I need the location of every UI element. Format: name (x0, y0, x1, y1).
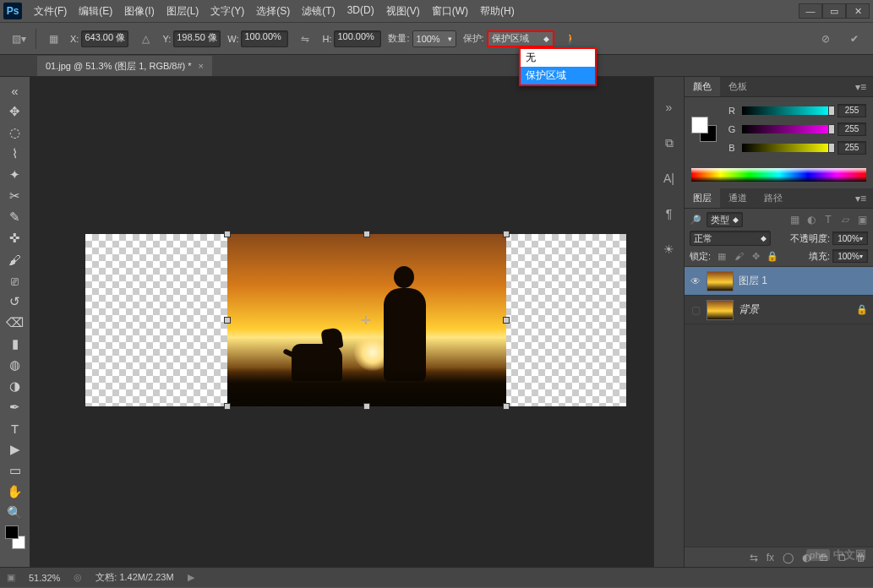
minimize-button[interactable]: — (799, 3, 822, 19)
stamp-tool-icon[interactable]: ⎚ (5, 270, 25, 291)
filter-shape-icon[interactable]: ▱ (839, 214, 851, 226)
visibility-toggle-icon[interactable]: ▢ (690, 304, 701, 316)
dock-expand-icon[interactable]: » (659, 97, 679, 117)
document-tab[interactable]: 01.jpg @ 51.3% (图层 1, RGB/8#) * × (37, 56, 212, 76)
transform-handle-tr[interactable] (503, 231, 510, 237)
skin-protect-icon[interactable]: 🚶 (561, 29, 581, 49)
hand-tool-icon[interactable]: ✋ (5, 482, 25, 502)
filter-type-icon[interactable]: T (822, 214, 834, 226)
status-fullscreen-icon[interactable]: ▣ (7, 572, 15, 583)
menu-type[interactable]: 文字(Y) (205, 2, 249, 21)
paragraph-icon[interactable]: ¶ (659, 204, 679, 224)
b-thumb[interactable] (828, 143, 835, 153)
layers-menu-icon[interactable]: ▾≡ (848, 189, 873, 208)
document-canvas[interactable]: ✛ (85, 234, 626, 406)
eraser-tool-icon[interactable]: ⌫ (5, 313, 25, 333)
layer-kind-select[interactable]: 类型◆ (707, 212, 743, 227)
lock-all-icon[interactable]: 🔒 (767, 251, 778, 262)
transform-handle-br[interactable] (503, 403, 510, 410)
gradient-tool-icon[interactable]: ▮ (5, 334, 25, 354)
layer-mask-icon[interactable]: ◯ (783, 552, 794, 564)
menu-select[interactable]: 选择(S) (251, 2, 295, 21)
transform-handle-mr[interactable] (503, 317, 510, 324)
dropdown-item-none[interactable]: 无 (521, 49, 595, 67)
tab-color[interactable]: 颜色 (685, 77, 720, 96)
tab-swatches[interactable]: 色板 (720, 77, 756, 96)
visibility-toggle-icon[interactable]: 👁 (690, 275, 701, 287)
panel-menu-icon[interactable]: ▾≡ (848, 78, 873, 96)
color-swatches[interactable] (3, 525, 27, 549)
link-icon[interactable]: ⇋ (295, 29, 315, 49)
pen-tool-icon[interactable]: ✒ (5, 397, 25, 417)
layer-name[interactable]: 背景 (739, 302, 759, 317)
status-target-icon[interactable]: ◎ (74, 572, 82, 583)
transform-handle-ml[interactable] (224, 317, 231, 324)
transform-handle-bl[interactable] (224, 403, 231, 410)
link-layers-icon[interactable]: ⇆ (750, 552, 758, 564)
adjustments-icon[interactable]: ☀ (659, 239, 679, 259)
menu-file[interactable]: 文件(F) (29, 2, 72, 21)
layer-thumbnail[interactable] (707, 271, 734, 291)
opacity-input[interactable]: 100%▾ (832, 231, 868, 245)
layer-name[interactable]: 图层 1 (739, 274, 767, 288)
menu-view[interactable]: 视图(V) (381, 2, 425, 21)
protect-select[interactable]: 保护区域 ◆ (487, 30, 554, 47)
menu-layer[interactable]: 图层(L) (161, 2, 205, 21)
tool-preset-icon[interactable]: ▧▾ (8, 29, 29, 49)
filter-smart-icon[interactable]: ▣ (856, 214, 868, 226)
collapse-icon[interactable]: « (5, 80, 25, 101)
layer-row-1[interactable]: 👁 图层 1 (685, 267, 873, 296)
reference-point-icon[interactable]: ▦ (43, 29, 63, 49)
foreground-swatch[interactable] (5, 525, 19, 539)
filter-pixel-icon[interactable]: ▦ (788, 214, 800, 226)
eyedropper-tool-icon[interactable]: ✎ (5, 207, 25, 227)
y-input[interactable]: 198.50 像 (173, 30, 221, 47)
r-slider[interactable] (742, 106, 832, 115)
b-value[interactable]: 255 (838, 141, 866, 155)
close-tab-icon[interactable]: × (199, 61, 204, 71)
x-input[interactable]: 643.00 像 (81, 30, 128, 47)
panel-swatches[interactable] (691, 117, 717, 142)
status-more-icon[interactable]: ▶ (188, 572, 194, 583)
tab-paths[interactable]: 路径 (756, 188, 791, 208)
menu-image[interactable]: 图像(I) (119, 2, 159, 21)
lock-transparent-icon[interactable]: ▦ (716, 251, 728, 262)
filter-adjust-icon[interactable]: ◐ (805, 214, 817, 226)
lock-pixels-icon[interactable]: 🖌 (733, 251, 745, 262)
layer-thumbnail[interactable] (707, 300, 734, 320)
w-input[interactable]: 100.00% (241, 30, 288, 47)
g-thumb[interactable] (828, 124, 835, 134)
transform-center-icon[interactable]: ✛ (361, 313, 371, 327)
blend-mode-select[interactable]: 正常◆ (690, 231, 771, 246)
maximize-button[interactable]: ▭ (822, 3, 846, 19)
g-slider[interactable] (742, 125, 832, 133)
layer-style-icon[interactable]: fx (767, 552, 774, 564)
commit-icon[interactable]: ✔ (844, 29, 865, 49)
dodge-tool-icon[interactable]: ◑ (5, 376, 25, 396)
transform-handle-tc[interactable] (363, 231, 370, 237)
lock-position-icon[interactable]: ✥ (750, 251, 761, 262)
brush-tool-icon[interactable]: 🖌 (5, 249, 25, 270)
zoom-tool-icon[interactable]: 🔍 (5, 503, 25, 523)
menu-edit[interactable]: 编辑(E) (74, 2, 117, 21)
layer-row-bg[interactable]: ▢ 背景 🔒 (685, 296, 873, 324)
h-input[interactable]: 100.00% (334, 30, 381, 47)
group-icon[interactable]: 🗀 (819, 552, 829, 564)
marquee-tool-icon[interactable]: ◌ (5, 122, 25, 143)
history-brush-tool-icon[interactable]: ↺ (5, 291, 25, 312)
tab-channels[interactable]: 通道 (720, 188, 756, 208)
blur-tool-icon[interactable]: ◍ (5, 355, 25, 375)
histogram-icon[interactable]: ⧉ (659, 133, 679, 153)
quantity-select[interactable]: 100% ▾ (412, 30, 456, 47)
g-value[interactable]: 255 (838, 122, 866, 136)
spectrum-bar[interactable] (691, 168, 866, 182)
canvas-area[interactable]: ✛ (30, 77, 653, 567)
fill-input[interactable]: 100%▾ (832, 249, 868, 263)
path-select-tool-icon[interactable]: ▶ (5, 439, 25, 460)
tab-layers[interactable]: 图层 (685, 188, 720, 208)
panel-fg-swatch[interactable] (691, 117, 708, 133)
menu-help[interactable]: 帮助(H) (475, 2, 520, 21)
adjustment-layer-icon[interactable]: ◐ (802, 552, 810, 564)
character-icon[interactable]: A| (659, 168, 679, 188)
dropdown-item-protect[interactable]: 保护区域 (521, 67, 595, 84)
